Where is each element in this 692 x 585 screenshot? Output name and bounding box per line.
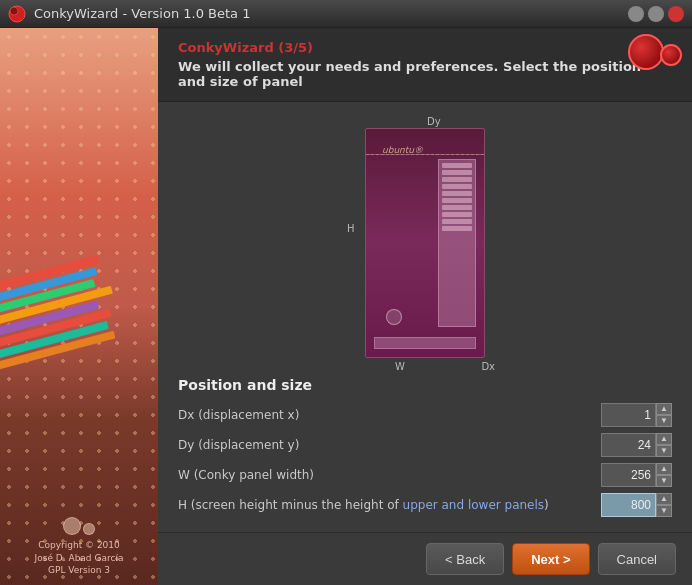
input-w[interactable] [601, 463, 656, 487]
next-button[interactable]: Next > [512, 543, 589, 575]
logo-small-circle [660, 44, 682, 66]
spinner-w-buttons: ▲ ▼ [656, 463, 672, 487]
window-title: ConkyWizard - Version 1.0 Beta 1 [34, 6, 250, 21]
form-area: Position and size Dx (displacement x) ▲ … [158, 369, 692, 532]
window-controls [628, 6, 684, 22]
spinner-w-up[interactable]: ▲ [656, 463, 672, 475]
spinner-dy-down[interactable]: ▼ [656, 445, 672, 457]
bottom-bar: < Back Next > Cancel [158, 532, 692, 585]
label-w: W [395, 361, 405, 372]
section-title: Position and size [178, 377, 672, 393]
maximize-button[interactable] [648, 6, 664, 22]
svg-point-1 [10, 7, 18, 15]
input-dx[interactable] [601, 403, 656, 427]
logo-big-circle [628, 34, 664, 70]
form-row-h: H (screen height minus the height of upp… [178, 493, 672, 517]
form-row-w: W (Conky panel width) ▲ ▼ [178, 463, 672, 487]
spinner-h-down[interactable]: ▼ [656, 505, 672, 517]
spinner-h-up[interactable]: ▲ [656, 493, 672, 505]
sidebar-logo-circles [63, 517, 95, 535]
pencils-decoration [0, 247, 158, 484]
preview-conky-panel [438, 159, 476, 327]
minimize-button[interactable] [628, 6, 644, 22]
app-icon [8, 5, 26, 23]
preview-box: ubuntu® [365, 128, 485, 358]
cancel-button[interactable]: Cancel [598, 543, 676, 575]
spinner-h-buttons: ▲ ▼ [656, 493, 672, 517]
label-dx: Dx [481, 361, 495, 372]
upper-panels-link[interactable]: upper and lower panels [403, 498, 545, 512]
label-h: H [347, 223, 355, 234]
form-row-dx: Dx (displacement x) ▲ ▼ [178, 403, 672, 427]
label-dy: Dy [427, 116, 441, 127]
preview-area: Dy H W Dx ubuntu® [158, 102, 692, 369]
form-row-dy: Dy (displacement y) ▲ ▼ [178, 433, 672, 457]
close-button[interactable] [668, 6, 684, 22]
preview-circle-element [386, 309, 402, 325]
spinner-w-down[interactable]: ▼ [656, 475, 672, 487]
spinner-w: ▲ ▼ [601, 463, 672, 487]
sidebar: Copyright © 2010 José D. Abad García GPL… [0, 28, 158, 585]
preview-bottom-taskbar [374, 337, 476, 349]
step-label: ConkyWizard (3/5) [178, 40, 672, 55]
header-logo-decoration [628, 34, 682, 70]
spinner-dx-buttons: ▲ ▼ [656, 403, 672, 427]
label-w-field: W (Conky panel width) [178, 468, 601, 482]
right-panel: ConkyWizard (3/5) We will collect your n… [158, 28, 692, 585]
sidebar-copyright: Copyright © 2010 José D. Abad García GPL… [0, 539, 158, 577]
back-button[interactable]: < Back [426, 543, 504, 575]
spinner-dy-up[interactable]: ▲ [656, 433, 672, 445]
label-dy-field: Dy (displacement y) [178, 438, 601, 452]
input-dy[interactable] [601, 433, 656, 457]
spinner-dy: ▲ ▼ [601, 433, 672, 457]
label-dx-field: Dx (displacement x) [178, 408, 601, 422]
preview-wrapper: Dy H W Dx ubuntu® [365, 128, 485, 361]
label-h-field: H (screen height minus the height of upp… [178, 498, 601, 512]
preview-dy-indicator [366, 154, 484, 155]
spinner-dx-up[interactable]: ▲ [656, 403, 672, 415]
input-h[interactable] [601, 493, 656, 517]
spinner-h: ▲ ▼ [601, 493, 672, 517]
header-description: We will collect your needs and preferenc… [178, 59, 672, 89]
sidebar-bottom: Copyright © 2010 José D. Abad García GPL… [0, 517, 158, 577]
spinner-dx-down[interactable]: ▼ [656, 415, 672, 427]
main-content: Copyright © 2010 José D. Abad García GPL… [0, 28, 692, 585]
spinner-dx: ▲ ▼ [601, 403, 672, 427]
header: ConkyWizard (3/5) We will collect your n… [158, 28, 692, 102]
spinner-dy-buttons: ▲ ▼ [656, 433, 672, 457]
title-bar: ConkyWizard - Version 1.0 Beta 1 [0, 0, 692, 28]
